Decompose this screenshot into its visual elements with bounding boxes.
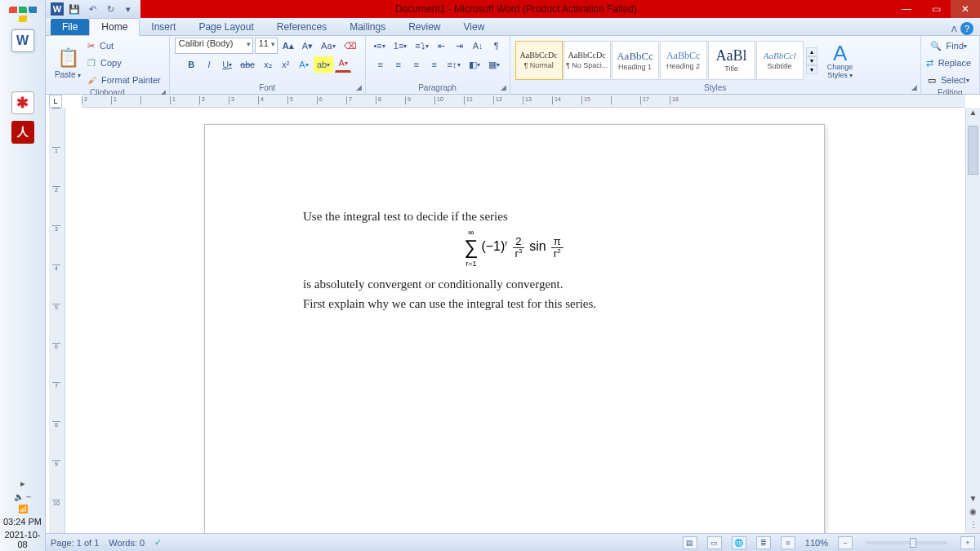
- font-size-select[interactable]: 11: [255, 38, 278, 54]
- style-subtitle[interactable]: AaBbCclSubtitle: [756, 41, 804, 80]
- taskbar-pdf-icon[interactable]: 人: [11, 121, 34, 144]
- format-painter-button[interactable]: Format Painter: [98, 72, 164, 88]
- zoom-out-button[interactable]: −: [838, 536, 853, 549]
- numbering-button[interactable]: 1≡: [390, 38, 411, 54]
- tray-time[interactable]: 03:24 PM: [0, 515, 46, 528]
- tab-page-layout[interactable]: Page Layout: [187, 19, 265, 35]
- zoom-slider[interactable]: [866, 541, 947, 544]
- view-draft-icon[interactable]: ≡: [781, 536, 795, 549]
- increase-indent-button[interactable]: ⇥: [452, 38, 468, 54]
- borders-button[interactable]: ▦: [485, 56, 503, 73]
- clear-formatting-button[interactable]: ⌫: [341, 38, 360, 54]
- start-button[interactable]: [3, 2, 42, 26]
- font-dialog-icon[interactable]: ◢: [356, 83, 362, 91]
- replace-button[interactable]: Replace: [935, 55, 974, 71]
- help-icon[interactable]: ?: [960, 22, 973, 35]
- scroll-thumb[interactable]: [968, 126, 978, 175]
- tab-review[interactable]: Review: [397, 19, 452, 35]
- change-styles-button[interactable]: A Change Styles: [820, 38, 861, 83]
- cut-button[interactable]: Cut: [96, 38, 117, 54]
- justify-button[interactable]: ≡: [426, 56, 443, 73]
- shading-button[interactable]: ◧: [466, 56, 483, 73]
- page[interactable]: Use the integral test to decide if the s…: [204, 124, 825, 533]
- page-viewport[interactable]: Use the integral test to decide if the s…: [65, 108, 965, 533]
- horizontal-ruler[interactable]: 211234567891011121314151718: [82, 95, 965, 108]
- tab-references[interactable]: References: [265, 19, 338, 35]
- qat-save-icon[interactable]: 💾: [67, 2, 82, 16]
- bullets-button[interactable]: •≡: [371, 38, 389, 54]
- align-left-button[interactable]: ≡: [372, 56, 389, 73]
- scroll-up-icon[interactable]: ▲: [966, 108, 980, 121]
- styles-scrollbar[interactable]: ▴▾▾: [806, 47, 817, 74]
- zoom-in-button[interactable]: +: [960, 536, 975, 549]
- doc-equation[interactable]: ∑ ∞ r=1 (−1)r 2r3 sin πr2: [303, 236, 726, 260]
- align-center-button[interactable]: ≡: [390, 56, 407, 73]
- status-proof-icon[interactable]: ✓: [154, 537, 162, 548]
- scroll-down-icon[interactable]: ▼: [966, 494, 980, 507]
- superscript-button[interactable]: x²: [278, 56, 294, 73]
- show-marks-button[interactable]: ¶: [488, 38, 505, 54]
- maximize-button[interactable]: ▭: [921, 0, 951, 18]
- zoom-level[interactable]: 110%: [805, 538, 828, 548]
- minimize-button[interactable]: —: [892, 0, 921, 18]
- view-print-layout-icon[interactable]: ▤: [683, 536, 697, 549]
- styles-dialog-icon[interactable]: ◢: [911, 83, 917, 91]
- style--no-spaci-[interactable]: AaBbCcDc¶ No Spaci...: [564, 41, 611, 80]
- browse-next-icon[interactable]: ⋮: [966, 520, 980, 533]
- browse-prev-icon[interactable]: ◉: [966, 507, 980, 520]
- find-button[interactable]: Find: [943, 38, 970, 54]
- font-color-button[interactable]: A: [335, 56, 351, 73]
- vertical-scrollbar[interactable]: ▲ ▼ ◉ ⋮: [965, 108, 980, 533]
- doc-paragraph-2[interactable]: is absolutely convergent or conditionall…: [303, 274, 726, 294]
- text-effects-button[interactable]: A: [296, 56, 312, 73]
- shrink-font-button[interactable]: A▾: [299, 38, 316, 54]
- view-full-screen-icon[interactable]: ▭: [707, 536, 722, 549]
- grow-font-button[interactable]: A▴: [279, 38, 297, 54]
- tab-mailings[interactable]: Mailings: [338, 19, 397, 35]
- subscript-button[interactable]: x₂: [260, 56, 276, 73]
- taskbar-snap-icon[interactable]: ✱: [11, 91, 34, 114]
- multilevel-button[interactable]: ≡⤵: [412, 38, 431, 54]
- tab-file[interactable]: File: [51, 19, 89, 35]
- paragraph-dialog-icon[interactable]: ◢: [501, 83, 506, 91]
- tab-insert[interactable]: Insert: [140, 19, 187, 35]
- highlight-button[interactable]: ab: [314, 56, 333, 73]
- status-page[interactable]: Page: 1 of 1: [51, 538, 99, 548]
- strikethrough-button[interactable]: abc: [237, 56, 258, 73]
- copy-button[interactable]: Copy: [97, 55, 125, 71]
- close-button[interactable]: ✕: [951, 0, 980, 18]
- tray-date[interactable]: 2021-10-08: [0, 528, 46, 551]
- select-button[interactable]: Select: [938, 72, 973, 88]
- qat-customize-icon[interactable]: ▾: [121, 2, 136, 16]
- line-spacing-button[interactable]: ≡↕: [444, 56, 464, 73]
- align-right-button[interactable]: ≡: [408, 56, 425, 73]
- tray-signal-icon[interactable]: 📶: [0, 503, 46, 515]
- tab-view[interactable]: View: [452, 19, 497, 35]
- view-outline-icon[interactable]: ≣: [756, 536, 771, 549]
- decrease-indent-button[interactable]: ⇤: [434, 38, 450, 54]
- qat-undo-icon[interactable]: ↶: [85, 2, 100, 16]
- doc-paragraph-3[interactable]: First explain why we can use the integra…: [303, 294, 726, 313]
- tray-expand-icon[interactable]: ▸: [0, 477, 46, 491]
- doc-paragraph-1[interactable]: Use the integral test to decide if the s…: [303, 207, 726, 226]
- paste-button[interactable]: 📋 Paste: [51, 40, 85, 86]
- view-web-layout-icon[interactable]: 🌐: [732, 536, 746, 549]
- italic-button[interactable]: I: [201, 56, 217, 73]
- tray-sound-icon[interactable]: 🔈 ⎓: [0, 491, 46, 503]
- underline-button[interactable]: U: [219, 56, 235, 73]
- font-name-select[interactable]: Calibri (Body): [175, 38, 253, 54]
- ribbon-minimize-icon[interactable]: ᐱ: [951, 24, 957, 33]
- style-heading-1[interactable]: AaBbCcHeading 1: [612, 41, 659, 80]
- change-case-button[interactable]: Aa: [318, 38, 338, 54]
- tab-home[interactable]: Home: [89, 18, 140, 36]
- vertical-ruler[interactable]: 12345678910: [49, 108, 65, 533]
- style-heading-2[interactable]: AaBbCcHeading 2: [660, 41, 707, 80]
- sort-button[interactable]: A↓: [470, 38, 487, 54]
- status-words[interactable]: Words: 0: [109, 538, 145, 548]
- taskbar-word-icon[interactable]: W: [11, 29, 34, 52]
- style-title[interactable]: AaBlTitle: [708, 41, 755, 80]
- bold-button[interactable]: B: [183, 56, 199, 73]
- app-icon[interactable]: W: [51, 2, 64, 16]
- qat-redo-icon[interactable]: ↻: [103, 2, 118, 16]
- style--normal[interactable]: AaBbCcDc¶ Normal: [515, 41, 563, 80]
